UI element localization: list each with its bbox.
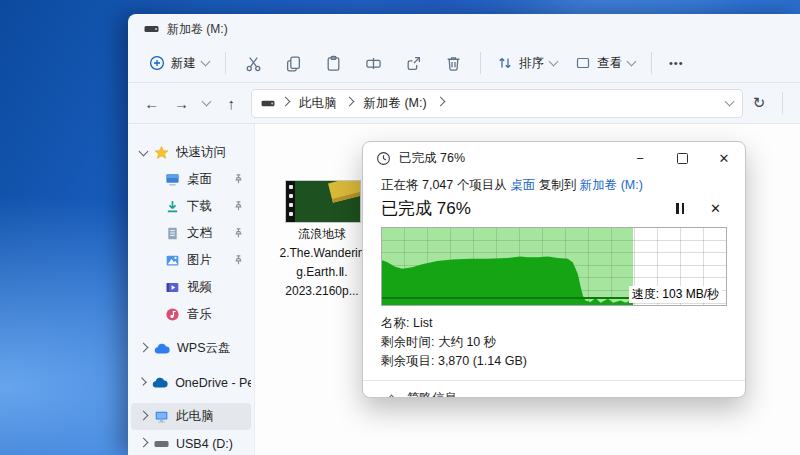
sidebar-item-onedrive[interactable]: OneDrive - Persona	[131, 369, 251, 396]
chevron-down-icon	[627, 57, 637, 67]
sidebar-item-label: 快速访问	[176, 144, 226, 161]
forward-button[interactable]: →	[168, 89, 196, 117]
dialog-titlebar: 已完成 76% − ✕	[363, 142, 745, 174]
view-button-label: 查看	[597, 55, 622, 72]
refresh-button[interactable]: ↻	[745, 89, 773, 117]
sidebar-item-wps-cloud[interactable]: WPS云盘	[131, 335, 251, 362]
close-button[interactable]: ✕	[703, 142, 745, 174]
toolbar: 新建	[128, 44, 800, 83]
plus-circle-icon	[149, 55, 165, 71]
copy-details: 名称: List 剩余时间: 大约 10 秒 剩余项目: 3,870 (1.14…	[381, 314, 727, 371]
sidebar-item-label: 音乐	[187, 306, 212, 323]
pause-icon	[682, 203, 685, 214]
sidebar-item-videos[interactable]: 视频	[131, 274, 251, 301]
sidebar-item-quick-access[interactable]: 快速访问	[131, 139, 251, 166]
share-button[interactable]	[393, 48, 433, 78]
copy-status-line: 正在将 7,047 个项目从 桌面 复制到 新加卷 (M:)	[381, 177, 727, 194]
address-bar[interactable]: 此电脑 新加卷 (M:)	[251, 89, 743, 118]
sort-button-label: 排序	[519, 55, 544, 72]
maximize-button[interactable]	[661, 142, 703, 174]
rename-icon	[365, 55, 382, 72]
window-title: 新加卷 (M:)	[167, 21, 228, 38]
view-button[interactable]: 查看	[566, 50, 644, 77]
cancel-copy-button[interactable]: ✕	[710, 201, 721, 216]
more-options-button[interactable]: •••	[659, 57, 694, 69]
chart-baseline	[382, 297, 633, 300]
sidebar-item-usb-drive[interactable]: USB4 (D:)	[131, 430, 251, 455]
sidebar-item-pictures[interactable]: 图片	[131, 247, 251, 274]
sidebar-item-label: OneDrive - Persona	[175, 376, 251, 390]
detail-time-remaining: 剩余时间: 大约 10 秒	[381, 333, 727, 352]
sidebar-item-label: 此电脑	[176, 408, 214, 425]
chevron-right-icon	[138, 377, 147, 386]
source-folder-link[interactable]: 桌面	[510, 178, 535, 192]
detail-items-remaining: 剩余项目: 3,870 (1.14 GB)	[381, 352, 727, 371]
pause-button[interactable]	[676, 203, 684, 214]
usb-drive-icon	[154, 438, 169, 450]
recent-locations-button[interactable]	[197, 89, 215, 117]
scissors-icon	[245, 55, 262, 72]
destination-link[interactable]: 新加卷 (M:)	[580, 178, 643, 192]
copy-progress-dialog: 已完成 76% − ✕ 正在将 7,047 个项目从 桌面 复制到 新加卷 (M…	[362, 141, 746, 398]
explorer-titlebar: 新加卷 (M:)	[128, 14, 800, 44]
sidebar-item-label: 下载	[187, 198, 212, 215]
address-divider	[782, 92, 783, 114]
pin-icon	[233, 173, 244, 185]
paste-icon	[325, 55, 342, 72]
sidebar-item-downloads[interactable]: 下载	[131, 193, 251, 220]
dialog-body: 正在将 7,047 个项目从 桌面 复制到 新加卷 (M:) 已完成 76% ✕…	[363, 177, 745, 398]
video-thumbnail	[285, 180, 361, 223]
up-button[interactable]: ↑	[217, 89, 245, 117]
videos-icon	[165, 280, 180, 295]
sidebar-item-this-pc[interactable]: 此电脑	[131, 403, 251, 430]
sidebar-item-documents[interactable]: 文档	[131, 220, 251, 247]
document-icon	[165, 226, 180, 241]
fewer-details-label: 简略信息	[407, 390, 457, 399]
status-prefix: 正在将 7,047 个项目从	[381, 178, 510, 192]
sidebar-item-label: 图片	[187, 252, 212, 269]
screen: 新加卷 (M:) 新建	[0, 0, 800, 455]
desktop-icon	[165, 172, 180, 187]
sidebar-item-music[interactable]: 音乐	[131, 301, 251, 328]
sidebar: 快速访问 桌面 下载	[128, 124, 254, 455]
maximize-icon	[677, 153, 688, 164]
pause-icon	[676, 203, 679, 214]
sidebar-item-label: USB4 (D:)	[176, 437, 233, 451]
download-icon	[165, 199, 180, 214]
onedrive-cloud-icon	[152, 376, 168, 390]
fewer-details-toggle[interactable]: 简略信息	[381, 381, 727, 398]
pictures-icon	[165, 253, 180, 268]
copy-button[interactable]	[273, 48, 313, 78]
this-pc-icon	[154, 409, 169, 424]
star-icon	[154, 145, 169, 160]
minimize-button[interactable]: −	[619, 142, 661, 174]
chevron-right-icon	[139, 342, 149, 352]
drive-icon	[261, 98, 275, 109]
filmstrip-icon	[286, 181, 295, 222]
chevron-down-icon	[139, 146, 149, 156]
chevron-down-icon	[201, 57, 211, 67]
toolbar-divider	[480, 52, 481, 74]
delete-button[interactable]	[433, 48, 473, 78]
chevron-down-icon	[549, 57, 559, 67]
pin-icon	[233, 227, 244, 239]
breadcrumb-separator-icon	[281, 97, 291, 107]
breadcrumb-drive[interactable]: 新加卷 (M:)	[360, 93, 429, 114]
percent-complete-heading: 已完成 76%	[381, 197, 471, 220]
breadcrumb-this-pc[interactable]: 此电脑	[296, 93, 340, 114]
chevron-right-icon	[139, 437, 149, 447]
sidebar-item-desktop[interactable]: 桌面	[131, 166, 251, 193]
breadcrumb-separator-icon	[435, 97, 445, 107]
paste-button[interactable]	[313, 48, 353, 78]
rename-button[interactable]	[353, 48, 393, 78]
toolbar-divider	[225, 52, 226, 74]
back-button[interactable]: ←	[138, 89, 166, 117]
sidebar-item-label: 视频	[187, 279, 212, 296]
address-dropdown-icon[interactable]	[725, 97, 735, 107]
sort-button[interactable]: 排序	[488, 50, 566, 77]
cut-button[interactable]	[233, 48, 273, 78]
copy-icon	[285, 55, 302, 72]
speed-label: 速度: 103 MB/秒	[629, 286, 722, 303]
new-button[interactable]: 新建	[140, 50, 218, 77]
speed-chart: 速度: 103 MB/秒	[381, 227, 727, 306]
